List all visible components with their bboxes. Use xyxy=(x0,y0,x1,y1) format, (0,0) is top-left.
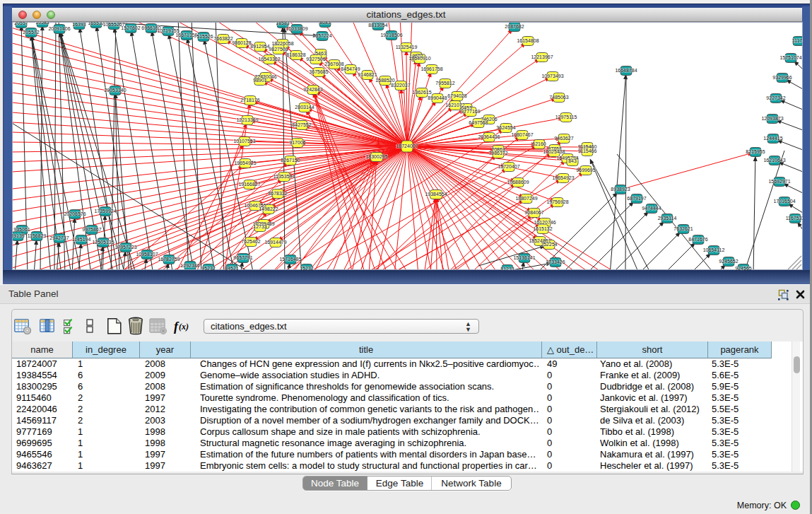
svg-text:81233: 81233 xyxy=(500,267,514,270)
svg-text:39139: 39139 xyxy=(12,233,25,238)
svg-text:16120746: 16120746 xyxy=(534,220,555,225)
svg-text:11325419: 11325419 xyxy=(396,45,418,49)
svg-text:7625402: 7625402 xyxy=(241,239,260,244)
svg-text:(x): (x) xyxy=(179,322,189,332)
svg-text:9657791: 9657791 xyxy=(233,255,252,260)
svg-text:8471676: 8471676 xyxy=(688,237,707,242)
svg-text:935061: 935061 xyxy=(13,227,30,232)
svg-text:2367608: 2367608 xyxy=(324,62,343,66)
svg-text:10958107: 10958107 xyxy=(136,252,158,257)
svg-text:16154808: 16154808 xyxy=(517,38,539,43)
svg-text:1588520: 1588520 xyxy=(375,78,394,83)
svg-text:10973493: 10973493 xyxy=(541,74,563,78)
svg-text:10107553: 10107553 xyxy=(233,139,255,144)
svg-text:8186328: 8186328 xyxy=(286,52,305,57)
svg-text:8454749: 8454749 xyxy=(341,66,360,71)
svg-text:3624554: 3624554 xyxy=(496,125,515,130)
svg-text:7663822: 7663822 xyxy=(213,36,233,41)
svg-text:10025438: 10025438 xyxy=(543,149,565,154)
svg-text:10583: 10583 xyxy=(35,22,49,25)
svg-text:9463627: 9463627 xyxy=(554,136,573,141)
svg-text:12213369: 12213369 xyxy=(236,117,258,122)
svg-text:9245652: 9245652 xyxy=(719,259,738,264)
svg-text:2942737: 2942737 xyxy=(49,235,69,240)
svg-text:16393: 16393 xyxy=(72,22,86,27)
svg-text:9975867: 9975867 xyxy=(82,227,101,232)
svg-text:9084067: 9084067 xyxy=(524,210,543,215)
svg-text:9242843: 9242843 xyxy=(303,87,322,92)
svg-text:12505135: 12505135 xyxy=(92,240,114,245)
svg-text:95232: 95232 xyxy=(201,266,216,270)
svg-text:9327506: 9327506 xyxy=(306,57,325,62)
svg-text:20557: 20557 xyxy=(14,22,28,25)
svg-text:17359924: 17359924 xyxy=(94,209,116,214)
svg-text:8427552: 8427552 xyxy=(292,122,311,127)
svg-text:17957223: 17957223 xyxy=(114,245,136,250)
svg-text:9827503: 9827503 xyxy=(269,47,288,52)
svg-text:9146821: 9146821 xyxy=(358,72,377,77)
svg-text:20364436: 20364436 xyxy=(478,134,500,139)
svg-text:19218506: 19218506 xyxy=(380,33,402,37)
svg-text:12213967: 12213967 xyxy=(531,54,553,59)
svg-text:8267150: 8267150 xyxy=(281,158,300,163)
svg-text:2935114: 2935114 xyxy=(658,216,677,221)
svg-text:205572: 205572 xyxy=(23,30,39,35)
svg-text:15692971: 15692971 xyxy=(768,179,790,184)
svg-text:8678332: 8678332 xyxy=(268,191,287,196)
svg-text:19166827: 19166827 xyxy=(238,182,260,187)
svg-text:165532: 165532 xyxy=(88,22,104,25)
svg-text:1362615: 1362615 xyxy=(412,90,431,95)
svg-text:18583: 18583 xyxy=(276,22,290,25)
svg-text:12093873: 12093873 xyxy=(761,116,783,121)
svg-text:10807467: 10807467 xyxy=(511,132,533,137)
svg-text:2803144: 2803144 xyxy=(295,105,314,110)
svg-text:8215955: 8215955 xyxy=(746,149,765,154)
svg-text:19654925: 19654925 xyxy=(234,160,256,165)
svg-text:17016504: 17016504 xyxy=(773,199,795,204)
svg-text:15136141: 15136141 xyxy=(513,255,535,260)
svg-text:6497568: 6497568 xyxy=(469,120,488,125)
svg-text:9329966: 9329966 xyxy=(772,75,792,80)
svg-text:84521: 84521 xyxy=(225,266,239,270)
svg-text:917006: 917006 xyxy=(289,140,305,145)
svg-text:924565: 924565 xyxy=(735,266,751,270)
svg-text:9860128: 9860128 xyxy=(232,40,251,45)
svg-text:20206576: 20206576 xyxy=(64,211,86,216)
svg-text:20091406: 20091406 xyxy=(48,26,70,31)
svg-text:18300295: 18300295 xyxy=(365,154,387,159)
svg-text:16210643: 16210643 xyxy=(763,158,785,163)
svg-text:1615132: 1615132 xyxy=(533,226,552,231)
svg-text:11173: 11173 xyxy=(792,38,803,43)
svg-text:5463: 5463 xyxy=(315,51,326,56)
svg-text:1292346: 1292346 xyxy=(180,263,199,268)
svg-text:10654112: 10654112 xyxy=(703,247,725,252)
svg-text:9115466: 9115466 xyxy=(578,148,597,153)
svg-text:6794028: 6794028 xyxy=(447,93,466,98)
svg-text:252254: 252254 xyxy=(541,242,557,247)
svg-text:16648784: 16648784 xyxy=(615,68,637,73)
svg-text:15232: 15232 xyxy=(300,266,314,270)
svg-text:7515526: 7515526 xyxy=(194,34,213,39)
svg-text:16961758: 16961758 xyxy=(420,66,442,71)
svg-text:29053340: 29053340 xyxy=(104,88,126,93)
svg-text:16543362: 16543362 xyxy=(258,57,280,62)
svg-text:1498222: 1498222 xyxy=(259,206,278,211)
svg-text:7357224: 7357224 xyxy=(312,33,331,38)
svg-text:12733: 12733 xyxy=(253,224,267,229)
svg-text:18640910: 18640910 xyxy=(408,56,430,61)
svg-text:1156829: 1156829 xyxy=(28,233,47,238)
svg-text:11353594: 11353594 xyxy=(273,174,295,179)
svg-text:98901: 98901 xyxy=(253,78,267,83)
svg-text:1527602: 1527602 xyxy=(121,25,140,30)
svg-text:10688609: 10688609 xyxy=(507,180,529,185)
svg-text:16914479: 16914479 xyxy=(264,240,286,245)
svg-text:12975115: 12975115 xyxy=(555,115,577,119)
svg-text:18807249: 18807249 xyxy=(515,196,537,201)
svg-text:2718176: 2718176 xyxy=(240,98,259,103)
svg-text:1244415: 1244415 xyxy=(763,136,782,141)
svg-text:7485063: 7485063 xyxy=(549,95,568,100)
svg-text:15720407: 15720407 xyxy=(498,164,519,169)
svg-text:18724007: 18724007 xyxy=(396,144,418,148)
svg-text:15751074: 15751074 xyxy=(779,55,801,60)
svg-text:8938923: 8938923 xyxy=(611,187,630,192)
